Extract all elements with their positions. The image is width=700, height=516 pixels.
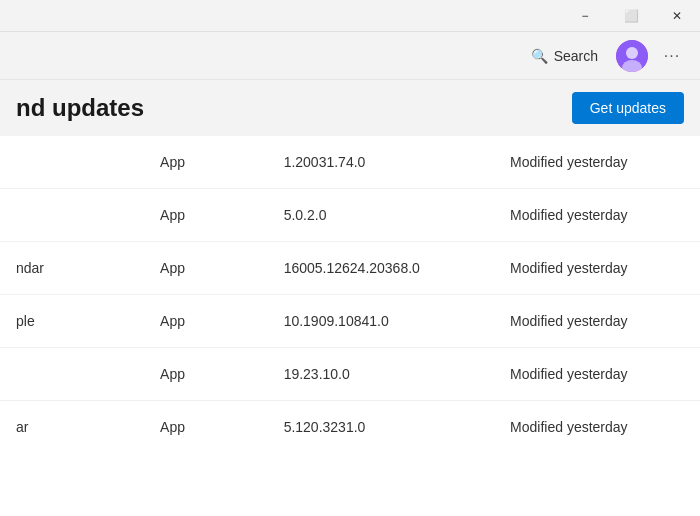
app-version: 10.1909.10841.0 [284, 313, 389, 329]
search-icon: 🔍 [531, 48, 548, 64]
app-modified-cell: Modified yesterday [494, 136, 700, 189]
app-name-cell [0, 189, 144, 242]
app-version: 5.120.3231.0 [284, 419, 366, 435]
table-row: App 1.20031.74.0 Modified yesterday [0, 136, 700, 189]
app-name-cell: ar [0, 401, 144, 454]
app-modified: Modified yesterday [510, 419, 628, 435]
app-type-cell: App [144, 401, 268, 454]
app-name: ar [16, 419, 28, 435]
app-type: App [160, 207, 185, 223]
app-modified-cell: Modified yesterday [494, 242, 700, 295]
table-row: ndar App 16005.12624.20368.0 Modified ye… [0, 242, 700, 295]
maximize-button[interactable]: ⬜ [608, 0, 654, 32]
app-version-cell: 10.1909.10841.0 [268, 295, 494, 348]
close-button[interactable]: ✕ [654, 0, 700, 32]
app-modified-cell: Modified yesterday [494, 295, 700, 348]
app-type-cell: App [144, 136, 268, 189]
app-type: App [160, 366, 185, 382]
title-bar: − ⬜ ✕ [0, 0, 700, 32]
app-version: 1.20031.74.0 [284, 154, 366, 170]
app-modified: Modified yesterday [510, 154, 628, 170]
app-modified: Modified yesterday [510, 260, 628, 276]
app-name-cell: ple [0, 295, 144, 348]
app-version: 5.0.2.0 [284, 207, 327, 223]
more-options-button[interactable]: ··· [656, 40, 688, 72]
app-type-cell: App [144, 295, 268, 348]
toolbar: 🔍 Search ··· [0, 32, 700, 80]
table-row: App 5.0.2.0 Modified yesterday [0, 189, 700, 242]
app-version-cell: 19.23.10.0 [268, 348, 494, 401]
app-version-cell: 5.0.2.0 [268, 189, 494, 242]
app-type-cell: App [144, 189, 268, 242]
app-type: App [160, 419, 185, 435]
title-bar-controls: − ⬜ ✕ [562, 0, 700, 32]
content-area: App 1.20031.74.0 Modified yesterday App … [0, 136, 700, 516]
app-type-cell: App [144, 242, 268, 295]
page-title: nd updates [16, 94, 144, 122]
avatar[interactable] [616, 40, 648, 72]
app-version-cell: 1.20031.74.0 [268, 136, 494, 189]
app-type: App [160, 154, 185, 170]
page-header: nd updates Get updates [0, 80, 700, 136]
updates-table: App 1.20031.74.0 Modified yesterday App … [0, 136, 700, 453]
avatar-image [616, 40, 648, 72]
app-type-cell: App [144, 348, 268, 401]
app-name-cell [0, 136, 144, 189]
app-name-cell: ndar [0, 242, 144, 295]
app-modified-cell: Modified yesterday [494, 189, 700, 242]
app-name: ple [16, 313, 35, 329]
app-version-cell: 16005.12624.20368.0 [268, 242, 494, 295]
app-modified-cell: Modified yesterday [494, 348, 700, 401]
app-modified: Modified yesterday [510, 313, 628, 329]
app-version-cell: 5.120.3231.0 [268, 401, 494, 454]
app-version: 19.23.10.0 [284, 366, 350, 382]
table-row: ple App 10.1909.10841.0 Modified yesterd… [0, 295, 700, 348]
app-type: App [160, 260, 185, 276]
minimize-button[interactable]: − [562, 0, 608, 32]
table-row: ar App 5.120.3231.0 Modified yesterday [0, 401, 700, 454]
get-updates-button[interactable]: Get updates [572, 92, 684, 124]
app-name: ndar [16, 260, 44, 276]
app-name-cell [0, 348, 144, 401]
app-modified-cell: Modified yesterday [494, 401, 700, 454]
app-modified: Modified yesterday [510, 207, 628, 223]
app-type: App [160, 313, 185, 329]
table-row: App 19.23.10.0 Modified yesterday [0, 348, 700, 401]
search-button[interactable]: 🔍 Search [521, 42, 608, 70]
search-label: Search [554, 48, 598, 64]
app-window: − ⬜ ✕ 🔍 Search ··· nd updates Get update… [0, 0, 700, 516]
app-modified: Modified yesterday [510, 366, 628, 382]
svg-point-1 [626, 47, 638, 59]
app-version: 16005.12624.20368.0 [284, 260, 420, 276]
